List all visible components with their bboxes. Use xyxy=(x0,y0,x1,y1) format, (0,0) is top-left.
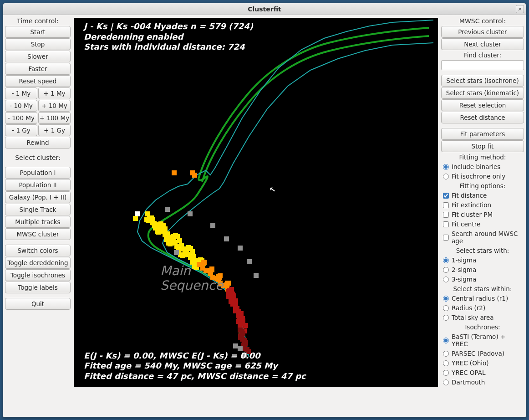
minus-100my-button[interactable]: - 100 My xyxy=(5,112,37,124)
yrec-option[interactable]: YREC (Ohio) xyxy=(441,359,524,368)
mwsc-cluster-button[interactable]: MWSC cluster xyxy=(5,228,71,240)
switch-colors-button[interactable]: Switch colors xyxy=(5,245,71,256)
start-button[interactable]: Start xyxy=(5,26,71,38)
minus-1my-button[interactable]: - 1 My xyxy=(5,87,37,99)
central-radius-option[interactable]: Central radius (r1) xyxy=(441,294,524,303)
select-stars-isochrone-button[interactable]: Select stars (isochrone) xyxy=(441,75,524,87)
plus-1my-button[interactable]: + 1 My xyxy=(38,87,71,99)
plus-1gy-button[interactable]: + 1 Gy xyxy=(38,124,71,136)
yrec-opal-option[interactable]: YREC OPAL xyxy=(441,368,524,377)
quit-button[interactable]: Quit xyxy=(5,298,71,310)
mouse-cursor-icon: ↖ xyxy=(269,185,276,195)
plot-distance-count: Stars with individual distance: 724 xyxy=(84,42,253,52)
fit-parameters-button[interactable]: Fit parameters xyxy=(441,128,524,140)
plot-fitted-distance: Fitted distance = 47 pc, MWSC distance =… xyxy=(84,371,306,382)
plot-dered-status: Deredenning enabled xyxy=(84,32,253,42)
radius-r2-option[interactable]: Radius (r2) xyxy=(441,303,524,312)
toggle-isochrones-button[interactable]: Toggle isochrones xyxy=(5,269,71,281)
reset-speed-button[interactable]: Reset speed xyxy=(5,75,71,87)
stop-button[interactable]: Stop xyxy=(5,38,71,50)
population-2-button[interactable]: Population II xyxy=(5,179,71,191)
parsec-option[interactable]: PARSEC (Padova) xyxy=(441,349,524,358)
search-mwsc-age-checkbox[interactable]: Search around MWSC age xyxy=(441,229,524,246)
main-sequence-label: Main Sequence xyxy=(160,264,223,293)
window-title: Clusterfit xyxy=(248,5,281,13)
fit-centre-checkbox[interactable]: Fit centre xyxy=(441,220,524,229)
select-stars-within-label: Select stars within: xyxy=(441,284,524,293)
next-cluster-button[interactable]: Next cluster xyxy=(441,38,524,50)
plot-canvas[interactable]: J - Ks | Ks -004 Hyades n = 579 (724) De… xyxy=(74,18,438,387)
plus-10my-button[interactable]: + 10 My xyxy=(38,100,71,112)
fit-distance-checkbox[interactable]: Fit distance xyxy=(441,191,524,200)
sigma-1-option[interactable]: 1-sigma xyxy=(441,256,524,265)
plot-header-text: J - Ks | Ks -004 Hyades n = 579 (724) De… xyxy=(84,21,253,52)
find-cluster-label: Find cluster: xyxy=(441,51,524,60)
total-sky-option[interactable]: Total sky area xyxy=(441,313,524,322)
reset-selection-button[interactable]: Reset selection xyxy=(441,99,524,111)
mwsc-control-heading: MWSC control: xyxy=(441,16,524,26)
select-stars-kinematic-button[interactable]: Select stars (kinematic) xyxy=(441,87,524,99)
find-cluster-input[interactable] xyxy=(441,60,524,70)
fit-extinction-checkbox[interactable]: Fit extinction xyxy=(441,200,524,210)
reset-distance-button[interactable]: Reset distance xyxy=(441,112,524,123)
rewind-button[interactable]: Rewind xyxy=(5,137,71,149)
select-stars-with-label: Select stars with: xyxy=(441,246,524,255)
close-icon[interactable]: ✕ xyxy=(516,5,524,13)
population-1-button[interactable]: Population I xyxy=(5,167,71,179)
slower-button[interactable]: Slower xyxy=(5,51,71,62)
sigma-2-option[interactable]: 2-sigma xyxy=(441,265,524,274)
basti-option[interactable]: BaSTI (Teramo) + YREC xyxy=(441,332,524,348)
stop-fit-button[interactable]: Stop fit xyxy=(441,140,524,152)
toggle-dereddening-button[interactable]: Toggle dereddening xyxy=(5,257,71,269)
left-panel: Time control: Start Stop Slower Faster R… xyxy=(3,15,72,417)
fitting-method-label: Fitting method: xyxy=(441,153,524,162)
content-area: Time control: Start Stop Slower Faster R… xyxy=(3,15,526,417)
titlebar: Clusterfit ✕ xyxy=(3,3,526,15)
minus-10my-button[interactable]: - 10 My xyxy=(5,100,37,112)
isochrone-overlay xyxy=(74,18,438,387)
previous-cluster-button[interactable]: Previous cluster xyxy=(441,26,524,38)
plot-footer-text: E(J - Ks) = 0.00, MWSC E(J - Ks) = 0.00 … xyxy=(84,351,306,382)
dartmouth-option[interactable]: Dartmouth xyxy=(441,378,524,387)
plus-100my-button[interactable]: + 100 My xyxy=(38,112,71,124)
toggle-labels-button[interactable]: Toggle labels xyxy=(5,282,71,293)
isochrones-label: Isochrones: xyxy=(441,323,524,332)
fit-isochrone-only-option[interactable]: Fit isochrone only xyxy=(441,172,524,181)
include-binaries-option[interactable]: Include binaries xyxy=(441,162,524,171)
sigma-3-option[interactable]: 3-sigma xyxy=(441,275,524,284)
single-track-button[interactable]: Single Track xyxy=(5,204,71,215)
canvas-wrap: J - Ks | Ks -004 Hyades n = 579 (724) De… xyxy=(72,15,439,417)
app-window: Clusterfit ✕ Time control: Start Stop Sl… xyxy=(3,3,526,417)
galaxy-button[interactable]: Galaxy (Pop. I + II) xyxy=(5,191,71,203)
select-cluster-heading: Select cluster: xyxy=(5,153,71,162)
time-control-heading: Time control: xyxy=(5,16,71,26)
minus-1gy-button[interactable]: - 1 Gy xyxy=(5,124,37,136)
plot-title: J - Ks | Ks -004 Hyades n = 579 (724) xyxy=(84,21,253,32)
faster-button[interactable]: Faster xyxy=(5,63,71,75)
fitting-options-label: Fitting options: xyxy=(441,181,524,190)
right-panel: MWSC control: Previous cluster Next clus… xyxy=(439,15,526,417)
plot-fitted-age: Fitted age = 540 My, MWSC age = 625 My xyxy=(84,361,306,371)
plot-ejks: E(J - Ks) = 0.00, MWSC E(J - Ks) = 0.00 xyxy=(84,351,306,361)
multiple-tracks-button[interactable]: Multiple tracks xyxy=(5,216,71,228)
fit-cluster-pm-checkbox[interactable]: Fit cluster PM xyxy=(441,210,524,219)
